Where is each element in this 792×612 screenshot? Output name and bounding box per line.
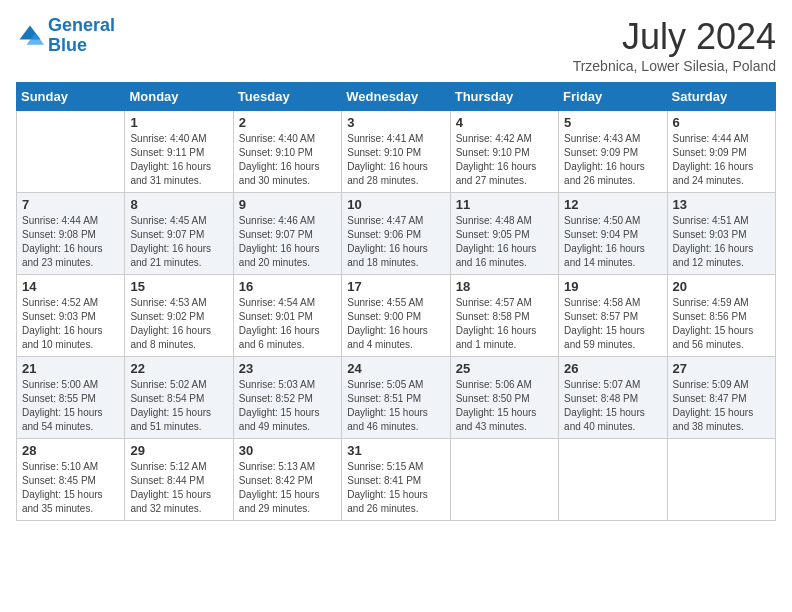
- day-info: Sunrise: 5:00 AM Sunset: 8:55 PM Dayligh…: [22, 378, 119, 434]
- day-cell-31: 31Sunrise: 5:15 AM Sunset: 8:41 PM Dayli…: [342, 439, 450, 521]
- day-number: 30: [239, 443, 336, 458]
- day-info: Sunrise: 5:12 AM Sunset: 8:44 PM Dayligh…: [130, 460, 227, 516]
- day-info: Sunrise: 4:48 AM Sunset: 9:05 PM Dayligh…: [456, 214, 553, 270]
- logo-general: General: [48, 15, 115, 35]
- day-cell-9: 9Sunrise: 4:46 AM Sunset: 9:07 PM Daylig…: [233, 193, 341, 275]
- day-info: Sunrise: 5:09 AM Sunset: 8:47 PM Dayligh…: [673, 378, 770, 434]
- day-info: Sunrise: 4:44 AM Sunset: 9:09 PM Dayligh…: [673, 132, 770, 188]
- day-number: 25: [456, 361, 553, 376]
- day-info: Sunrise: 4:43 AM Sunset: 9:09 PM Dayligh…: [564, 132, 661, 188]
- day-cell-26: 26Sunrise: 5:07 AM Sunset: 8:48 PM Dayli…: [559, 357, 667, 439]
- day-number: 23: [239, 361, 336, 376]
- week-row-2: 7Sunrise: 4:44 AM Sunset: 9:08 PM Daylig…: [17, 193, 776, 275]
- day-number: 7: [22, 197, 119, 212]
- day-info: Sunrise: 4:51 AM Sunset: 9:03 PM Dayligh…: [673, 214, 770, 270]
- day-number: 28: [22, 443, 119, 458]
- day-cell-5: 5Sunrise: 4:43 AM Sunset: 9:09 PM Daylig…: [559, 111, 667, 193]
- day-cell-11: 11Sunrise: 4:48 AM Sunset: 9:05 PM Dayli…: [450, 193, 558, 275]
- day-number: 1: [130, 115, 227, 130]
- day-cell-13: 13Sunrise: 4:51 AM Sunset: 9:03 PM Dayli…: [667, 193, 775, 275]
- day-cell-4: 4Sunrise: 4:42 AM Sunset: 9:10 PM Daylig…: [450, 111, 558, 193]
- day-cell-27: 27Sunrise: 5:09 AM Sunset: 8:47 PM Dayli…: [667, 357, 775, 439]
- day-number: 9: [239, 197, 336, 212]
- day-info: Sunrise: 4:50 AM Sunset: 9:04 PM Dayligh…: [564, 214, 661, 270]
- day-info: Sunrise: 4:40 AM Sunset: 9:11 PM Dayligh…: [130, 132, 227, 188]
- day-info: Sunrise: 4:47 AM Sunset: 9:06 PM Dayligh…: [347, 214, 444, 270]
- day-cell-18: 18Sunrise: 4:57 AM Sunset: 8:58 PM Dayli…: [450, 275, 558, 357]
- logo-blue: Blue: [48, 35, 87, 55]
- day-info: Sunrise: 4:58 AM Sunset: 8:57 PM Dayligh…: [564, 296, 661, 352]
- day-number: 17: [347, 279, 444, 294]
- day-number: 11: [456, 197, 553, 212]
- day-number: 19: [564, 279, 661, 294]
- week-row-5: 28Sunrise: 5:10 AM Sunset: 8:45 PM Dayli…: [17, 439, 776, 521]
- title-area: July 2024 Trzebnica, Lower Silesia, Pola…: [573, 16, 776, 74]
- day-cell-15: 15Sunrise: 4:53 AM Sunset: 9:02 PM Dayli…: [125, 275, 233, 357]
- empty-cell: [17, 111, 125, 193]
- col-header-sunday: Sunday: [17, 83, 125, 111]
- day-info: Sunrise: 5:10 AM Sunset: 8:45 PM Dayligh…: [22, 460, 119, 516]
- day-info: Sunrise: 4:54 AM Sunset: 9:01 PM Dayligh…: [239, 296, 336, 352]
- day-cell-22: 22Sunrise: 5:02 AM Sunset: 8:54 PM Dayli…: [125, 357, 233, 439]
- day-cell-17: 17Sunrise: 4:55 AM Sunset: 9:00 PM Dayli…: [342, 275, 450, 357]
- day-number: 26: [564, 361, 661, 376]
- day-number: 22: [130, 361, 227, 376]
- day-info: Sunrise: 5:13 AM Sunset: 8:42 PM Dayligh…: [239, 460, 336, 516]
- day-cell-3: 3Sunrise: 4:41 AM Sunset: 9:10 PM Daylig…: [342, 111, 450, 193]
- day-cell-20: 20Sunrise: 4:59 AM Sunset: 8:56 PM Dayli…: [667, 275, 775, 357]
- day-number: 18: [456, 279, 553, 294]
- day-info: Sunrise: 4:41 AM Sunset: 9:10 PM Dayligh…: [347, 132, 444, 188]
- day-number: 20: [673, 279, 770, 294]
- day-info: Sunrise: 4:59 AM Sunset: 8:56 PM Dayligh…: [673, 296, 770, 352]
- day-number: 14: [22, 279, 119, 294]
- col-header-monday: Monday: [125, 83, 233, 111]
- day-number: 10: [347, 197, 444, 212]
- day-info: Sunrise: 4:52 AM Sunset: 9:03 PM Dayligh…: [22, 296, 119, 352]
- day-cell-28: 28Sunrise: 5:10 AM Sunset: 8:45 PM Dayli…: [17, 439, 125, 521]
- day-cell-16: 16Sunrise: 4:54 AM Sunset: 9:01 PM Dayli…: [233, 275, 341, 357]
- day-cell-25: 25Sunrise: 5:06 AM Sunset: 8:50 PM Dayli…: [450, 357, 558, 439]
- location: Trzebnica, Lower Silesia, Poland: [573, 58, 776, 74]
- day-number: 13: [673, 197, 770, 212]
- day-number: 8: [130, 197, 227, 212]
- col-header-friday: Friday: [559, 83, 667, 111]
- empty-cell: [559, 439, 667, 521]
- day-info: Sunrise: 5:02 AM Sunset: 8:54 PM Dayligh…: [130, 378, 227, 434]
- calendar-table: SundayMondayTuesdayWednesdayThursdayFrid…: [16, 82, 776, 521]
- day-number: 16: [239, 279, 336, 294]
- day-info: Sunrise: 5:05 AM Sunset: 8:51 PM Dayligh…: [347, 378, 444, 434]
- day-number: 12: [564, 197, 661, 212]
- day-number: 21: [22, 361, 119, 376]
- day-info: Sunrise: 5:07 AM Sunset: 8:48 PM Dayligh…: [564, 378, 661, 434]
- day-cell-19: 19Sunrise: 4:58 AM Sunset: 8:57 PM Dayli…: [559, 275, 667, 357]
- empty-cell: [450, 439, 558, 521]
- day-cell-2: 2Sunrise: 4:40 AM Sunset: 9:10 PM Daylig…: [233, 111, 341, 193]
- day-cell-12: 12Sunrise: 4:50 AM Sunset: 9:04 PM Dayli…: [559, 193, 667, 275]
- day-cell-6: 6Sunrise: 4:44 AM Sunset: 9:09 PM Daylig…: [667, 111, 775, 193]
- day-number: 2: [239, 115, 336, 130]
- day-number: 29: [130, 443, 227, 458]
- day-number: 4: [456, 115, 553, 130]
- day-cell-23: 23Sunrise: 5:03 AM Sunset: 8:52 PM Dayli…: [233, 357, 341, 439]
- day-info: Sunrise: 4:42 AM Sunset: 9:10 PM Dayligh…: [456, 132, 553, 188]
- day-info: Sunrise: 4:55 AM Sunset: 9:00 PM Dayligh…: [347, 296, 444, 352]
- day-cell-7: 7Sunrise: 4:44 AM Sunset: 9:08 PM Daylig…: [17, 193, 125, 275]
- day-number: 15: [130, 279, 227, 294]
- logo-icon: [16, 22, 44, 50]
- day-number: 3: [347, 115, 444, 130]
- empty-cell: [667, 439, 775, 521]
- month-title: July 2024: [573, 16, 776, 58]
- day-number: 24: [347, 361, 444, 376]
- logo: General Blue: [16, 16, 115, 56]
- col-header-saturday: Saturday: [667, 83, 775, 111]
- day-info: Sunrise: 5:03 AM Sunset: 8:52 PM Dayligh…: [239, 378, 336, 434]
- day-cell-24: 24Sunrise: 5:05 AM Sunset: 8:51 PM Dayli…: [342, 357, 450, 439]
- day-cell-14: 14Sunrise: 4:52 AM Sunset: 9:03 PM Dayli…: [17, 275, 125, 357]
- day-number: 31: [347, 443, 444, 458]
- page-header: General Blue July 2024 Trzebnica, Lower …: [16, 16, 776, 74]
- day-info: Sunrise: 5:15 AM Sunset: 8:41 PM Dayligh…: [347, 460, 444, 516]
- week-row-3: 14Sunrise: 4:52 AM Sunset: 9:03 PM Dayli…: [17, 275, 776, 357]
- week-row-1: 1Sunrise: 4:40 AM Sunset: 9:11 PM Daylig…: [17, 111, 776, 193]
- col-header-tuesday: Tuesday: [233, 83, 341, 111]
- day-cell-21: 21Sunrise: 5:00 AM Sunset: 8:55 PM Dayli…: [17, 357, 125, 439]
